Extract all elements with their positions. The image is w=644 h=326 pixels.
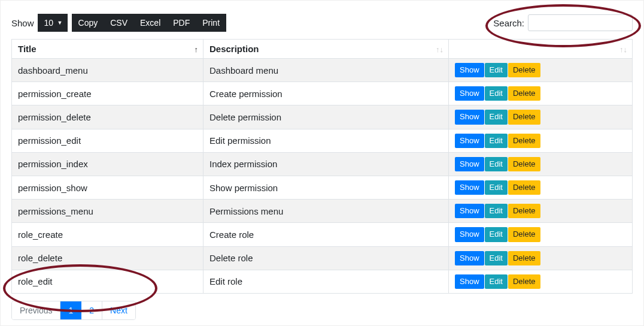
edit-button[interactable]: Edit xyxy=(485,274,508,289)
page-length-select[interactable]: 10 xyxy=(38,14,68,32)
cell-description: Delete role xyxy=(203,246,449,270)
cell-title: permission_create xyxy=(12,82,203,105)
sort-asc-icon: ↑ xyxy=(195,44,199,53)
column-header-title[interactable]: Title ↑ xyxy=(12,40,203,59)
cell-actions: ShowEditDelete xyxy=(449,82,633,105)
pagination-page-2[interactable]: 2 xyxy=(81,301,102,319)
edit-button[interactable]: Edit xyxy=(485,110,508,124)
excel-button[interactable]: Excel xyxy=(133,14,167,32)
cell-title: role_delete xyxy=(12,246,203,270)
cell-title: permission_edit xyxy=(12,129,203,152)
table-row: role_deleteDelete roleShowEditDelete xyxy=(12,246,633,270)
delete-button[interactable]: Delete xyxy=(508,274,540,289)
cell-actions: ShowEditDelete xyxy=(449,270,633,293)
delete-button[interactable]: Delete xyxy=(508,110,540,124)
cell-title: permissions_menu xyxy=(12,200,203,223)
show-button[interactable]: Show xyxy=(455,134,484,148)
column-header-description[interactable]: Description ↑↓ xyxy=(203,40,449,59)
cell-description: Index permission xyxy=(203,152,449,176)
cell-description: Delete permission xyxy=(203,105,449,129)
show-button[interactable]: Show xyxy=(455,86,484,101)
delete-button[interactable]: Delete xyxy=(508,134,540,148)
table-row: permissions_menuPermissions menuShowEdit… xyxy=(12,200,633,223)
cell-actions: ShowEditDelete xyxy=(449,152,633,176)
table-row: permission_deleteDelete permissionShowEd… xyxy=(12,105,633,129)
cell-actions: ShowEditDelete xyxy=(449,176,633,199)
column-header-actions: ↑↓ xyxy=(449,40,633,59)
show-button[interactable]: Show xyxy=(455,63,484,77)
table-row: role_editEdit roleShowEditDelete xyxy=(12,270,633,293)
table-row: permission_showShow permissionShowEditDe… xyxy=(12,176,633,199)
pdf-button[interactable]: PDF xyxy=(166,14,196,32)
pagination-next[interactable]: Next xyxy=(102,301,135,319)
table-row: permission_editEdit permissionShowEditDe… xyxy=(12,129,633,152)
edit-button[interactable]: Edit xyxy=(485,180,508,195)
cell-title: permission_index xyxy=(12,152,203,176)
show-button[interactable]: Show xyxy=(455,110,484,124)
edit-button[interactable]: Edit xyxy=(485,204,508,218)
show-label: Show xyxy=(11,18,34,28)
pagination-previous[interactable]: Previous xyxy=(12,301,60,319)
show-button[interactable]: Show xyxy=(455,180,484,195)
cell-title: permission_delete xyxy=(12,105,203,129)
table-row: dashboard_menuDashboard menuShowEditDele… xyxy=(12,59,633,82)
delete-button[interactable]: Delete xyxy=(508,227,540,242)
delete-button[interactable]: Delete xyxy=(508,86,540,101)
table-row: role_createCreate roleShowEditDelete xyxy=(12,223,633,246)
delete-button[interactable]: Delete xyxy=(508,251,540,265)
cell-title: dashboard_menu xyxy=(12,59,203,82)
table-row: permission_indexIndex permissionShowEdit… xyxy=(12,152,633,176)
print-button[interactable]: Print xyxy=(196,14,226,32)
pagination: Previous 1 2 Next xyxy=(11,301,136,320)
csv-button[interactable]: CSV xyxy=(104,14,134,32)
edit-button[interactable]: Edit xyxy=(485,251,508,265)
cell-description: Create role xyxy=(203,223,449,246)
cell-actions: ShowEditDelete xyxy=(449,105,633,129)
show-button[interactable]: Show xyxy=(455,251,484,265)
edit-button[interactable]: Edit xyxy=(485,86,508,101)
cell-actions: ShowEditDelete xyxy=(449,246,633,270)
search-input[interactable] xyxy=(528,14,633,31)
cell-title: permission_show xyxy=(12,176,203,199)
cell-description: Dashboard menu xyxy=(203,59,449,82)
pagination-page-1[interactable]: 1 xyxy=(60,301,81,319)
show-button[interactable]: Show xyxy=(455,157,484,171)
edit-button[interactable]: Edit xyxy=(485,157,508,171)
cell-actions: ShowEditDelete xyxy=(449,223,633,246)
show-button[interactable]: Show xyxy=(455,274,484,289)
edit-button[interactable]: Edit xyxy=(485,134,508,148)
cell-title: role_create xyxy=(12,223,203,246)
show-button[interactable]: Show xyxy=(455,204,484,218)
cell-actions: ShowEditDelete xyxy=(449,200,633,223)
delete-button[interactable]: Delete xyxy=(508,157,540,171)
column-header-description-label: Description xyxy=(209,44,259,54)
column-header-title-label: Title xyxy=(18,44,37,54)
cell-title: role_edit xyxy=(12,270,203,293)
table-row: permission_createCreate permissionShowEd… xyxy=(12,82,633,105)
edit-button[interactable]: Edit xyxy=(485,63,508,77)
search-label: Search: xyxy=(493,18,524,28)
cell-description: Create permission xyxy=(203,82,449,105)
delete-button[interactable]: Delete xyxy=(508,204,540,218)
cell-description: Edit permission xyxy=(203,129,449,152)
edit-button[interactable]: Edit xyxy=(485,227,508,242)
data-table: Title ↑ Description ↑↓ ↑↓ dashboard_menu… xyxy=(11,39,633,294)
delete-button[interactable]: Delete xyxy=(508,63,540,77)
sort-both-icon: ↑↓ xyxy=(436,44,443,53)
delete-button[interactable]: Delete xyxy=(508,180,540,195)
cell-description: Permissions menu xyxy=(203,200,449,223)
cell-description: Edit role xyxy=(203,270,449,293)
cell-description: Show permission xyxy=(203,176,449,199)
cell-actions: ShowEditDelete xyxy=(449,59,633,82)
sort-both-icon: ↑↓ xyxy=(619,44,627,53)
cell-actions: ShowEditDelete xyxy=(449,129,633,152)
copy-button[interactable]: Copy xyxy=(72,14,105,32)
show-button[interactable]: Show xyxy=(455,227,484,242)
